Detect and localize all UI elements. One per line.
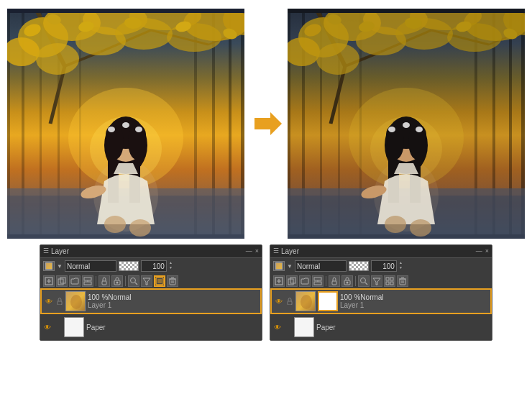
svg-point-105 xyxy=(385,216,406,233)
svg-point-102 xyxy=(403,122,410,128)
left-checker-box xyxy=(119,261,139,271)
right-tool-lock1[interactable] xyxy=(329,275,340,287)
left-layer-visibility[interactable]: 👁 xyxy=(44,296,54,306)
left-panel-titlebar: ☰ Layer — × xyxy=(40,245,262,258)
svg-rect-115 xyxy=(102,281,106,285)
svg-point-101 xyxy=(388,127,395,132)
left-tool-search[interactable] xyxy=(128,275,139,287)
svg-rect-35 xyxy=(7,9,244,13)
right-paper-visibility[interactable]: 👁 xyxy=(272,322,283,332)
left-paper-visibility[interactable]: 👁 xyxy=(42,322,52,332)
svg-point-52 xyxy=(129,219,151,237)
left-tool-active[interactable] xyxy=(154,275,165,287)
right-preview-chevron[interactable]: ▼ xyxy=(287,263,293,270)
right-tools-row xyxy=(270,274,492,288)
left-tool-merge[interactable] xyxy=(82,275,93,287)
svg-point-28 xyxy=(167,23,221,52)
after-image xyxy=(288,9,525,239)
svg-point-106 xyxy=(410,219,431,237)
left-opacity-input[interactable] xyxy=(141,260,167,272)
right-panel-titlebar: ☰ Layer — × xyxy=(270,245,492,258)
left-tool-lock1[interactable] xyxy=(98,275,110,287)
svg-marker-53 xyxy=(254,112,282,135)
right-tool-lock2[interactable] xyxy=(341,275,353,287)
right-tool-merge[interactable] xyxy=(312,275,324,287)
hamburger-icon-right[interactable]: ☰ xyxy=(273,248,279,255)
left-tools-sep2 xyxy=(125,276,126,286)
svg-point-82 xyxy=(447,23,502,52)
right-opacity-down[interactable]: ▼ xyxy=(399,265,403,270)
right-layer-info: 100 %Normal Layer 1 xyxy=(340,293,488,309)
left-layer-sublabel: Layer 1 xyxy=(88,301,258,309)
left-tool-new-layer[interactable] xyxy=(43,275,55,287)
left-tool-lock2[interactable] xyxy=(111,275,123,287)
svg-point-117 xyxy=(116,282,119,284)
right-tool-delete[interactable] xyxy=(397,275,408,287)
svg-rect-148 xyxy=(390,282,393,285)
right-tool-new-layer[interactable] xyxy=(273,275,285,287)
left-opacity-down[interactable]: ▼ xyxy=(169,265,173,270)
left-layer-item-1[interactable]: 👁 100 %Normal Layer 1 xyxy=(40,288,262,314)
left-blend-mode-select[interactable]: Normal xyxy=(65,260,116,272)
right-blend-mode-select[interactable]: Normal xyxy=(295,260,347,272)
svg-point-103 xyxy=(416,127,423,132)
svg-point-27 xyxy=(115,18,173,50)
svg-point-48 xyxy=(122,122,129,128)
right-tool-grid[interactable] xyxy=(384,275,395,287)
right-opacity-spinners: ▲ ▼ xyxy=(399,260,403,272)
left-tool-filter[interactable] xyxy=(141,275,152,287)
svg-rect-149 xyxy=(400,279,405,285)
right-layer-item-1[interactable]: 👁 100 %Normal Layer 1 xyxy=(270,288,492,314)
before-after-arrow xyxy=(250,108,282,139)
right-tool-copy-layer[interactable] xyxy=(286,275,298,287)
left-tool-copy-layer[interactable] xyxy=(56,275,68,287)
svg-rect-145 xyxy=(386,278,389,280)
left-panel-close[interactable]: × xyxy=(255,248,259,255)
svg-line-119 xyxy=(135,283,137,285)
svg-point-47 xyxy=(108,127,115,132)
left-tool-delete[interactable] xyxy=(167,275,178,287)
svg-point-130 xyxy=(70,295,82,309)
right-tool-search[interactable] xyxy=(358,275,370,287)
right-title-left: ☰ Layer xyxy=(273,247,299,255)
hamburger-icon-left[interactable]: ☰ xyxy=(43,248,49,255)
right-layer-thumbnail-mask xyxy=(318,291,338,311)
right-layer-visibility[interactable]: 👁 xyxy=(274,296,284,306)
before-image xyxy=(7,9,244,239)
left-layer-thumbnail-art xyxy=(65,291,86,311)
left-blend-row: ▼ Normal ▲ ▼ xyxy=(40,258,262,274)
right-tool-folder[interactable] xyxy=(299,275,311,287)
left-preview-chevron[interactable]: ▼ xyxy=(57,263,63,270)
right-paper-eye: 👁 xyxy=(274,324,281,331)
right-tools-sep1 xyxy=(326,276,326,286)
right-title-right: — × xyxy=(476,248,489,255)
left-opacity-spinners: ▲ ▼ xyxy=(169,260,173,272)
left-eye-icon: 👁 xyxy=(45,298,52,306)
svg-point-81 xyxy=(395,18,453,50)
svg-point-79 xyxy=(316,43,359,75)
svg-rect-89 xyxy=(288,9,525,13)
svg-point-142 xyxy=(361,278,366,283)
svg-point-25 xyxy=(36,43,79,75)
right-panel-close[interactable]: × xyxy=(485,248,489,255)
right-tool-filter[interactable] xyxy=(371,275,382,287)
left-panel-title: Layer xyxy=(51,247,69,255)
left-panel-minimize[interactable]: — xyxy=(246,248,252,255)
right-opacity-input[interactable] xyxy=(371,260,397,272)
svg-rect-123 xyxy=(170,279,175,285)
svg-marker-120 xyxy=(143,278,150,285)
right-paper-row: 👁 Paper xyxy=(270,314,492,340)
right-layer-lock xyxy=(286,296,293,306)
left-tool-folder[interactable] xyxy=(69,275,81,287)
left-layer-panel: ☰ Layer — × ▼ Normal xyxy=(40,244,262,341)
left-layer-lock xyxy=(56,296,63,306)
right-panel-minimize[interactable]: — xyxy=(476,248,482,255)
panels-row: ☰ Layer — × ▼ Normal xyxy=(0,244,532,341)
right-layer-panel: ☰ Layer — × ▼ Normal xyxy=(270,244,492,341)
svg-point-118 xyxy=(131,278,136,283)
right-layer-thumbnail-art xyxy=(295,291,316,311)
svg-rect-136 xyxy=(314,278,321,280)
right-tools-sep2 xyxy=(355,276,356,286)
svg-rect-147 xyxy=(386,282,389,285)
images-row xyxy=(0,0,532,244)
